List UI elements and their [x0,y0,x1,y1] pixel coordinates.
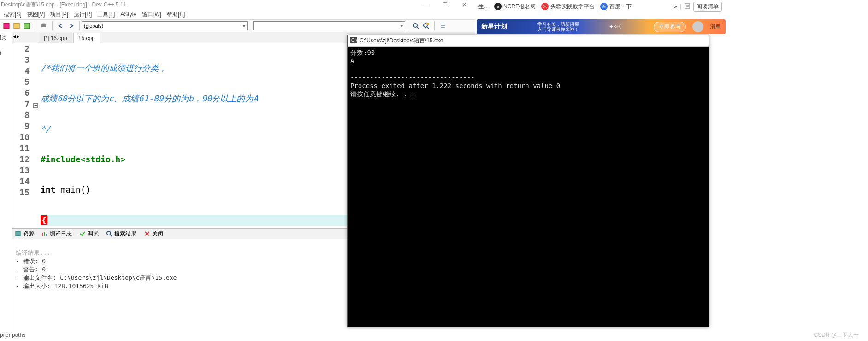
compile-line: - 输出文件名: C:\Users\zjl\Desktop\c语言\15.exe [16,274,177,281]
tab-label: 资源 [23,230,34,238]
tab-debug[interactable]: 调试 [77,230,100,238]
menu-help[interactable]: 帮助[H] [167,11,185,18]
reading-list-button[interactable]: 阅读清单 [693,2,722,12]
svg-rect-1 [14,23,19,29]
tab-compile-log[interactable]: 编译日志 [40,230,74,238]
tab-next-button[interactable]: ▸ [17,33,19,40]
banner-plan: 新星计划 [481,23,507,31]
tab-close[interactable]: 关闭 [142,230,165,238]
tool-icon-3[interactable] [23,22,30,29]
search-icon[interactable] [412,22,419,29]
undo-icon[interactable] [57,22,65,29]
tab-label: 关闭 [152,230,163,238]
svg-rect-9 [427,23,429,25]
code-comment: 成绩60分以下的为c、成绩61-89分的为b，90分以上的为A [41,94,258,103]
close-icon [144,230,150,237]
tab-prev-button[interactable]: ◂ [13,33,16,40]
tool-icon-2[interactable] [13,22,20,29]
secondary-dropdown[interactable]: ▾ [253,21,405,30]
banner-deco-icon: ✦✧☾ [609,24,623,30]
minimize-button[interactable]: — [421,1,430,8]
touge-icon: 头 [541,3,549,10]
console-output[interactable]: 分数:90 A --------------------------------… [348,47,709,327]
svg-line-8 [427,27,429,29]
join-button[interactable]: 立即参与 [654,22,686,32]
tab-label: 调试 [88,230,99,238]
ncre-icon: e [494,3,502,10]
svg-line-18 [110,235,112,236]
menu-project[interactable]: 项目[P] [50,11,68,18]
promo-banner: 新星计划 学习有奖，萌新闪耀 入门导师带你来啦！ ✦✧☾ 立即参与 消息 [477,19,726,34]
banner-slogan: 学习有奖，萌新闪耀 入门导师带你来啦！ [537,22,579,32]
list-icon[interactable] [439,22,447,29]
maximize-button[interactable]: ☐ [441,1,449,8]
svg-rect-4 [42,23,45,24]
menu-run[interactable]: 运行[R] [74,11,92,18]
svg-text:C:\: C:\ [351,38,357,43]
search-icon [106,230,112,237]
window-titlebar: Desktop\c语言\15.cpp - [Executing] - Dev-C… [0,0,475,9]
svg-rect-14 [42,233,43,236]
console-titlebar[interactable]: C:\ C:\Users\zjl\Desktop\c语言\15.exe [348,35,709,47]
bookmark-label: NCRE报名网 [503,3,536,11]
globals-dropdown[interactable]: (globals) ▾ [82,21,248,30]
menu-search[interactable]: 搜索[S] [4,11,22,18]
svg-rect-16 [46,234,47,236]
compile-line: - 警告: 0 [16,266,46,273]
window-title: Desktop\c语言\15.cpp - [Executing] - Dev-C… [0,1,126,9]
bookmark-ncre[interactable]: e NCRE报名网 [494,3,536,11]
tab-label: [*] 16.cpp [44,35,67,41]
compile-header: 编译结果... [16,249,50,256]
menu-view[interactable]: 视图[V] [27,11,45,18]
console-app-icon: C:\ [350,37,357,45]
menu-tools[interactable]: 工具[T] [97,11,115,18]
fold-toggle[interactable]: − [33,103,38,108]
bookmark-touge[interactable]: 头 头歌实践教学平台 [541,3,595,11]
tab-label: 编译日志 [50,230,72,238]
code-preproc: #include<stdio.h> [41,154,125,164]
chevron-down-icon: ▾ [401,24,403,29]
console-title-text: C:\Users\zjl\Desktop\c语言\15.exe [360,37,443,45]
console-window: C:\ C:\Users\zjl\Desktop\c语言\15.exe 分数:9… [347,35,709,327]
svg-point-17 [107,231,111,235]
svg-rect-2 [24,23,30,29]
svg-line-6 [417,27,419,29]
menu-astyle[interactable]: AStyle [120,11,136,18]
globals-label: (globals) [84,23,103,29]
tab-16cpp[interactable]: [*] 16.cpp [39,33,72,43]
svg-rect-15 [44,232,45,236]
tab-resource[interactable]: 资源 [13,230,36,238]
redo-icon[interactable] [67,22,75,29]
bookmark-more[interactable]: » [674,3,677,10]
resource-icon [15,230,21,237]
tab-15cpp[interactable]: 15.cpp [73,33,100,43]
print-icon[interactable] [40,22,47,29]
svg-rect-3 [41,24,46,27]
svg-point-5 [413,24,417,27]
code-comment: */ [41,124,51,134]
baidu-icon: 百 [600,3,608,10]
browser-bookmarks: 生... e NCRE报名网 头 头歌实践教学平台 百 百度一下 » | 阅读清… [477,0,726,13]
line-gutter: 2 3 4 5 6 7 8 9 10 11 12 13 14 15 [12,43,33,228]
avatar[interactable] [692,21,703,32]
sidebar-label-t: t [0,50,1,56]
svg-rect-0 [4,23,9,29]
bookmark-baidu[interactable]: 百 百度一下 [600,3,632,11]
chevron-down-icon: ▾ [243,24,245,29]
compile-line: - 错误: 0 [16,258,46,265]
svg-point-7 [424,24,427,27]
replace-icon[interactable] [422,22,430,29]
compiler-paths-label: piler paths [0,332,25,338]
close-button[interactable]: ✕ [460,1,468,8]
reading-list-icon [684,3,691,11]
tool-icon-1[interactable] [3,22,10,29]
messages-link[interactable]: 消息 [710,23,721,31]
svg-rect-23 [685,4,690,8]
truncated-site[interactable]: 生... [478,3,489,11]
tab-search-results[interactable]: 搜索结果 [104,230,138,238]
menu-bar: 搜索[S] 视图[V] 项目[P] 运行[R] 工具[T] AStyle 窗口[… [0,9,475,19]
project-sidebar: |类 t [0,32,12,341]
menu-window[interactable]: 窗口[W] [142,11,161,18]
bookmark-label: 头歌实践教学平台 [550,3,595,11]
bookmark-label: 百度一下 [609,3,632,11]
